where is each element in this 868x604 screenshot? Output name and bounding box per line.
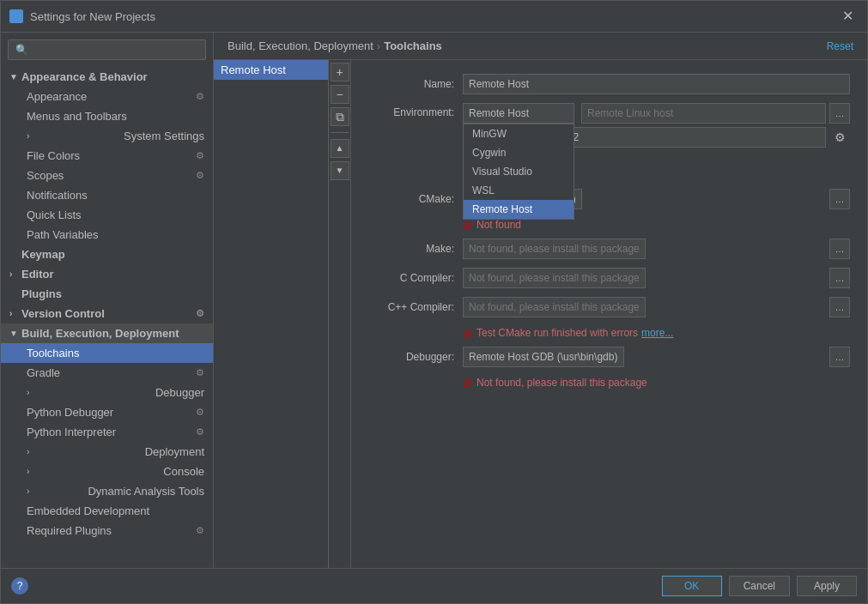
expand-arrow-dynamic: ›	[27, 486, 35, 496]
sidebar-item-quick-lists[interactable]: Quick Lists	[1, 205, 213, 225]
sidebar-item-required-plugins[interactable]: Required Plugins ⚙	[1, 521, 213, 541]
sidebar-item-scopes[interactable]: Scopes ⚙	[1, 166, 213, 185]
make-browse-button[interactable]: …	[829, 239, 850, 259]
make-select[interactable]: Not found, please install this package	[463, 239, 646, 259]
sidebar-section-label: Appearance & Behavior	[21, 70, 148, 83]
cpp-compiler-select-group: Not found, please install this package …	[463, 297, 850, 317]
sidebar-item-notifications[interactable]: Notifications	[1, 185, 213, 205]
cpp-compiler-browse-button[interactable]: …	[829, 297, 850, 317]
sidebar-item-keymap[interactable]: › Keymap	[1, 245, 213, 264]
cmake-error-icon: ⊘	[463, 218, 473, 232]
test-cmake-text: Test CMake run finished with errors	[476, 327, 638, 339]
sidebar-item-gradle[interactable]: Gradle ⚙	[1, 363, 213, 383]
dialog-title: Settings for New Projects	[30, 10, 830, 23]
toolchain-list-panel: Remote Host + − ⧉ ▲ ▼	[214, 60, 351, 568]
required-plugins-icon: ⚙	[196, 525, 204, 536]
move-down-button[interactable]: ▼	[331, 161, 349, 180]
ssh-gear-button[interactable]: ⚙	[829, 127, 850, 148]
sidebar-item-python-debugger[interactable]: Python Debugger ⚙	[1, 402, 213, 422]
c-compiler-select-group: Not found, please install this package …	[463, 268, 850, 288]
c-compiler-row: C Compiler: Not found, please install th…	[368, 268, 850, 288]
env-select-wrapper: Remote Host MinGW Cygwin Visual Studio W…	[463, 103, 574, 124]
breadcrumb: Build, Execution, Deployment › Toolchain…	[228, 39, 442, 52]
cpp-compiler-label: C++ Compiler:	[368, 301, 463, 313]
scopes-icon: ⚙	[196, 170, 204, 181]
debugger-select-wrapper: Remote Host GDB (\usr\bin\gdb)	[463, 347, 829, 367]
debugger-error-text: Not found, please install this package	[476, 377, 647, 389]
top-bar: Build, Execution, Deployment › Toolchain…	[214, 33, 867, 60]
env-option-remote-host[interactable]: Remote Host	[464, 200, 574, 219]
sidebar-item-dynamic-analysis[interactable]: › Dynamic Analysis Tools	[1, 481, 213, 501]
debugger-select[interactable]: Remote Host GDB (\usr\bin\gdb)	[463, 347, 624, 367]
expand-arrow-plugins: ›	[9, 289, 18, 299]
remote-host-row: Remote Linux host …	[581, 103, 850, 124]
toolchain-item-remote-host[interactable]: Remote Host	[214, 60, 328, 80]
cancel-button[interactable]: Cancel	[729, 576, 790, 596]
remote-browse-button[interactable]: …	[829, 103, 850, 124]
sidebar-item-toolchains[interactable]: Toolchains	[1, 343, 213, 363]
move-up-button[interactable]: ▲	[331, 139, 349, 158]
sidebar-item-appearance[interactable]: Appearance ⚙	[1, 87, 213, 106]
env-option-wsl[interactable]: WSL	[464, 181, 574, 200]
sidebar-item-embedded[interactable]: Embedded Development	[1, 501, 213, 521]
cpp-compiler-select[interactable]: Not found, please install this package	[463, 297, 646, 317]
sidebar-item-debugger[interactable]: › Debugger	[1, 383, 213, 402]
close-button[interactable]: ✕	[837, 8, 859, 25]
c-compiler-browse-button[interactable]: …	[829, 268, 850, 288]
sidebar-section-appearance-behavior[interactable]: ▼ Appearance & Behavior	[1, 67, 213, 87]
make-select-wrapper: Not found, please install this package	[463, 239, 829, 259]
sidebar-item-plugins[interactable]: › Plugins	[1, 284, 213, 304]
sidebar-item-path-variables[interactable]: Path Variables	[1, 225, 213, 245]
main-content: ▼ Appearance & Behavior Appearance ⚙ Men…	[1, 33, 867, 568]
sidebar-item-system-settings[interactable]: › System Settings	[1, 126, 213, 146]
env-select[interactable]: Remote Host MinGW Cygwin Visual Studio W…	[463, 103, 574, 124]
debugger-browse-button[interactable]: …	[829, 347, 850, 367]
expand-arrow-console: ›	[27, 467, 35, 476]
env-option-cygwin[interactable]: Cygwin	[464, 143, 574, 162]
reset-button[interactable]: Reset	[827, 40, 853, 52]
debugger-label: Debugger:	[368, 351, 463, 363]
file-colors-icon: ⚙	[196, 150, 204, 161]
python-interp-icon: ⚙	[196, 426, 204, 438]
add-toolchain-button[interactable]: +	[331, 63, 349, 82]
copy-toolchain-button[interactable]: ⧉	[331, 107, 349, 126]
cpp-compiler-select-wrapper: Not found, please install this package	[463, 297, 829, 317]
sidebar-section-build[interactable]: ▼ Build, Execution, Deployment	[1, 323, 213, 343]
name-input[interactable]	[463, 74, 850, 94]
breadcrumb-sep: ›	[377, 39, 380, 52]
search-input[interactable]	[8, 39, 206, 60]
sidebar-item-console[interactable]: › Console	[1, 462, 213, 481]
c-compiler-select[interactable]: Not found, please install this package	[463, 268, 646, 288]
settings-icon: ⚙	[196, 91, 204, 102]
sidebar-item-menus-toolbars[interactable]: Menus and Toolbars	[1, 106, 213, 126]
expand-arrow-deployment: ›	[27, 447, 35, 456]
breadcrumb-current: Toolchains	[384, 39, 442, 52]
sidebar-item-file-colors[interactable]: File Colors ⚙	[1, 146, 213, 166]
ok-button[interactable]: OK	[662, 576, 722, 596]
debugger-row: Debugger: Remote Host GDB (\usr\bin\gdb)…	[368, 347, 850, 367]
test-cmake-row: ⊘ Test CMake run finished with errors mo…	[463, 326, 850, 340]
cmake-error-text: Not found	[476, 219, 521, 231]
main-panel: Build, Execution, Deployment › Toolchain…	[214, 33, 867, 568]
more-link[interactable]: more...	[641, 327, 673, 339]
remove-toolchain-button[interactable]: −	[331, 85, 349, 104]
apply-button[interactable]: Apply	[797, 576, 857, 596]
remote-host-select[interactable]: Remote Linux host	[581, 103, 826, 124]
toolchain-list-items: Remote Host	[214, 60, 328, 568]
sidebar-section-version-control[interactable]: › Version Control ⚙	[1, 304, 213, 323]
env-section: Remote Host MinGW Cygwin Visual Studio W…	[463, 103, 850, 163]
cmake-browse-button[interactable]: …	[829, 189, 850, 209]
debugger-error-row: ⊘ Not found, please install this package	[463, 376, 850, 390]
expand-arrow: ▼	[9, 72, 18, 82]
env-option-mingw[interactable]: MinGW	[464, 124, 574, 143]
settings-form: Name: Environment: Remote Host	[351, 60, 867, 568]
sidebar-item-python-interpreter[interactable]: Python Interpreter ⚙	[1, 422, 213, 442]
help-button[interactable]: ?	[11, 577, 28, 595]
vc-icon: ⚙	[196, 308, 204, 319]
env-option-visual-studio[interactable]: Visual Studio	[464, 162, 574, 181]
remote-select-wrapper: Remote Linux host	[581, 103, 826, 124]
env-dropdown-menu: MinGW Cygwin Visual Studio WSL Remote Ho…	[463, 124, 574, 220]
sidebar-section-editor[interactable]: › Editor	[1, 264, 213, 284]
sidebar-item-deployment[interactable]: › Deployment	[1, 442, 213, 462]
make-label: Make:	[368, 243, 463, 255]
